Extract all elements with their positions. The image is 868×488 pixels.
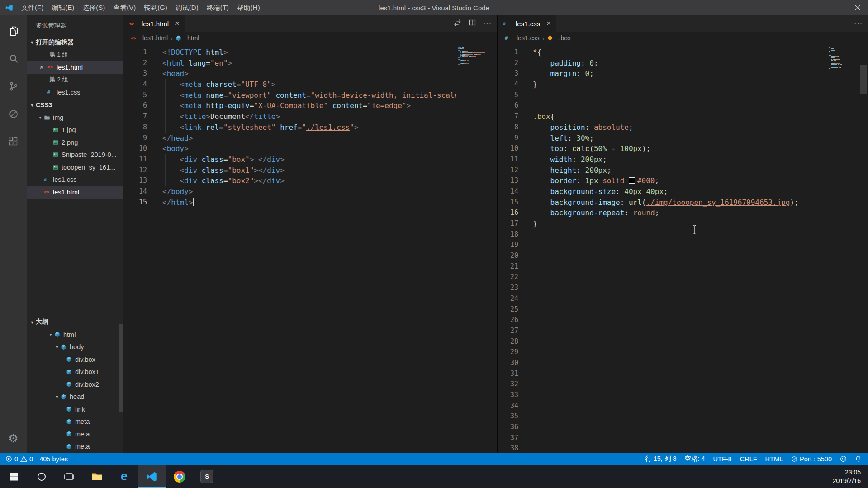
code-line-7[interactable]: <title>Document</title> <box>162 111 456 122</box>
language-mode-status[interactable]: HTML <box>765 455 783 463</box>
twisty-icon[interactable]: ▾ <box>53 345 61 350</box>
code-line-36[interactable] <box>533 422 827 433</box>
outline-meta[interactable]: meta <box>27 416 123 428</box>
code-line-23[interactable] <box>533 283 827 294</box>
file-1.jpg[interactable]: 1.jpg <box>27 124 123 137</box>
menu-view[interactable]: 查看(V) <box>109 4 140 12</box>
outline-div.box2[interactable]: div.box2 <box>27 378 123 391</box>
file-2.png[interactable]: 2.png <box>27 136 123 149</box>
code-line-13[interactable]: border: 1px solid #000; <box>533 175 827 186</box>
code-line-19[interactable] <box>533 240 827 251</box>
code-line-6[interactable]: <meta http-equiv="X-UA-Compatible" conte… <box>162 100 456 111</box>
outline-link[interactable]: link <box>27 403 123 416</box>
code-line-37[interactable] <box>533 433 827 444</box>
twisty-icon[interactable]: ▾ <box>28 320 36 325</box>
code-line-2[interactable]: <html lang="en"> <box>162 58 456 69</box>
feedback-smiley-icon[interactable] <box>840 455 847 462</box>
code-line-32[interactable] <box>533 379 827 390</box>
live-server-port-status[interactable]: Port : 5500 <box>791 455 832 463</box>
code-line-34[interactable] <box>533 401 827 412</box>
outline-head[interactable]: ▾head <box>27 391 123 403</box>
split-editor-icon[interactable] <box>469 19 476 28</box>
code-line-12[interactable]: <div class="box1"></div> <box>162 165 456 176</box>
cursor-position-status[interactable]: 行 15, 列 8 <box>645 455 676 463</box>
open-editor--2-[interactable]: 第 2 组 <box>27 74 123 86</box>
code-line-1[interactable]: <!DOCTYPE html> <box>162 47 456 58</box>
code-area[interactable]: <!DOCTYPE html><html lang="en"><head> <m… <box>153 44 456 453</box>
code-line-4[interactable]: <meta charset="UTF-8"> <box>162 79 456 90</box>
open-editor-les1.css[interactable]: #les1.css <box>27 86 123 99</box>
code-line-3[interactable]: margin: 0; <box>533 68 827 79</box>
line-number-gutter[interactable]: 123456789101112131415 <box>123 44 153 453</box>
line-number-gutter[interactable]: 1234567891011121314151617181920212223242… <box>498 44 525 453</box>
code-line-14[interactable]: </body> <box>162 186 456 197</box>
code-line-26[interactable] <box>533 315 827 326</box>
task-view-button[interactable] <box>55 465 83 488</box>
code-line-15[interactable]: </html> <box>162 197 456 208</box>
section-open-editors[interactable]: ▾ 打开的编辑器 <box>27 36 123 49</box>
scrollbar[interactable] <box>859 44 868 453</box>
twisty-icon[interactable]: ▾ <box>53 394 61 399</box>
code-line-3[interactable]: <head> <box>162 68 456 79</box>
indentation-status[interactable]: 空格: 4 <box>684 455 705 463</box>
section-workspace-css3[interactable]: ▾ CSS3 <box>27 99 123 112</box>
code-line-35[interactable] <box>533 411 827 422</box>
code-line-11[interactable]: <div class="box"> </div> <box>162 154 456 165</box>
code-line-10[interactable]: <body> <box>162 143 456 154</box>
code-line-20[interactable] <box>533 251 827 261</box>
code-line-22[interactable] <box>533 272 827 283</box>
outline-html[interactable]: ▾html <box>27 328 123 341</box>
code-line-9[interactable]: left: 30%; <box>533 133 827 144</box>
menu-file[interactable]: 文件(F) <box>17 4 47 12</box>
tab-les1-css[interactable]: # les1.css × <box>498 15 556 32</box>
edge-browser-button[interactable]: e <box>110 465 138 488</box>
taskbar-clock[interactable]: 23:05 2019/7/16 <box>833 465 868 488</box>
code-line-14[interactable]: background-size: 40px 40px; <box>533 186 827 197</box>
menu-help[interactable]: 帮助(H) <box>233 4 264 12</box>
outline-div.box[interactable]: div.box <box>27 353 123 366</box>
outline-div.box1[interactable]: div.box1 <box>27 366 123 379</box>
minimap[interactable] <box>456 44 488 453</box>
problems-status[interactable]: 0 0 <box>5 455 33 463</box>
explorer-icon[interactable] <box>0 17 27 45</box>
outline-meta[interactable]: meta <box>27 428 123 441</box>
close-icon[interactable]: × <box>39 63 47 71</box>
code-line-18[interactable] <box>533 229 827 240</box>
menu-debug[interactable]: 调试(D) <box>171 4 203 12</box>
more-actions-icon[interactable]: ··· <box>483 19 492 28</box>
vscode-taskbar-button[interactable] <box>138 465 166 488</box>
more-actions-icon[interactable]: ··· <box>854 19 863 28</box>
tab-les1-html[interactable]: <> les1.html × <box>123 15 185 32</box>
code-line-27[interactable] <box>533 326 827 336</box>
code-line-21[interactable] <box>533 261 827 272</box>
file-les1.html[interactable]: <>les1.html <box>27 186 123 199</box>
code-line-10[interactable]: top: calc(50% - 100px); <box>533 143 827 154</box>
code-line-6[interactable] <box>533 100 827 111</box>
file-explorer-button[interactable] <box>83 465 110 488</box>
close-button[interactable] <box>847 0 868 15</box>
start-button[interactable] <box>0 465 28 488</box>
code-line-13[interactable]: <div class="box2"></div> <box>162 175 456 186</box>
extensions-icon[interactable] <box>0 128 27 155</box>
twisty-icon[interactable]: ▾ <box>37 115 44 120</box>
sidebar-scrollbar[interactable] <box>119 324 123 412</box>
code-line-7[interactable]: .box{ <box>533 111 827 122</box>
minimap[interactable] <box>827 44 859 453</box>
breadcrumb-file[interactable]: les1.css <box>517 34 540 42</box>
breadcrumb-symbol[interactable]: html <box>187 34 199 42</box>
code-line-30[interactable] <box>533 358 827 369</box>
code-line-8[interactable]: position: absolute; <box>533 122 827 133</box>
close-icon[interactable]: × <box>546 19 551 28</box>
outline-meta[interactable]: meta <box>27 441 123 453</box>
file-size-status[interactable]: 405 bytes <box>39 455 68 463</box>
code-line-28[interactable] <box>533 336 827 347</box>
scrollbar-thumb[interactable] <box>860 65 867 94</box>
source-control-icon[interactable] <box>0 72 27 100</box>
code-line-4[interactable]: } <box>533 79 827 90</box>
code-line-11[interactable]: width: 200px; <box>533 154 827 165</box>
menu-terminal[interactable]: 终端(T) <box>203 4 233 12</box>
code-line-24[interactable] <box>533 294 827 304</box>
code-line-16[interactable]: background-repeat: round; <box>533 208 827 218</box>
code-line-5[interactable] <box>533 90 827 101</box>
file-img[interactable]: ▾img <box>27 111 123 124</box>
